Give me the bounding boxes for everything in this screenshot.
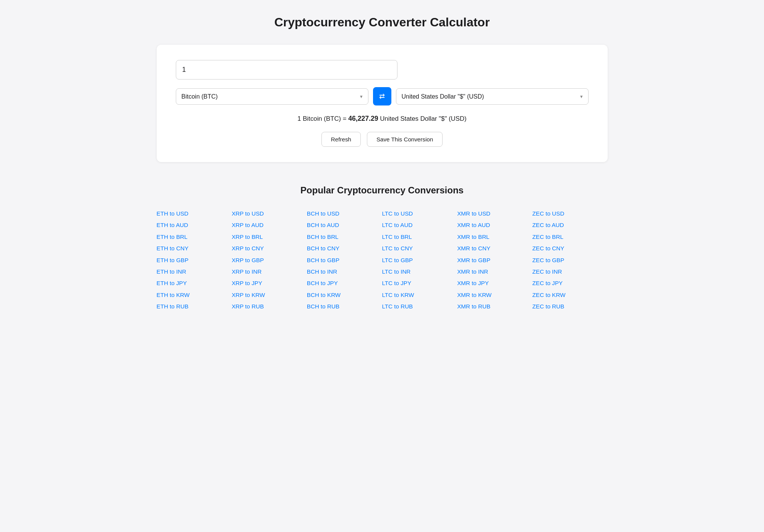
conversion-link[interactable]: ETH to GBP (157, 255, 232, 266)
conversion-link[interactable]: XMR to KRW (457, 289, 532, 301)
conversion-link[interactable]: XMR to CNY (457, 243, 532, 254)
conversion-link[interactable]: XRP to KRW (232, 289, 307, 301)
conversion-link[interactable]: XRP to GBP (232, 255, 307, 266)
conversion-link[interactable]: BCH to KRW (307, 289, 382, 301)
conversion-link[interactable]: XMR to INR (457, 266, 532, 277)
conversion-link[interactable]: XRP to JPY (232, 277, 307, 289)
conversion-link[interactable]: ETH to AUD (157, 219, 232, 231)
conversion-link[interactable]: XRP to BRL (232, 231, 307, 243)
conversion-column-4: XMR to USDXMR to AUDXMR to BRLXMR to CNY… (457, 208, 532, 313)
conversion-link[interactable]: LTC to AUD (382, 219, 457, 231)
result-row: 1 Bitcoin (BTC) = 46,227.29 United State… (176, 115, 589, 123)
popular-title: Popular Cryptocurrency Conversions (157, 185, 608, 196)
conversion-link[interactable]: LTC to RUB (382, 301, 457, 312)
conversion-link[interactable]: XRP to RUB (232, 301, 307, 312)
to-chevron-icon: ▾ (580, 94, 583, 99)
conversion-link[interactable]: BCH to CNY (307, 243, 382, 254)
conversion-link[interactable]: XMR to USD (457, 208, 532, 219)
conversion-link[interactable]: BCH to USD (307, 208, 382, 219)
conversion-column-5: ZEC to USDZEC to AUDZEC to BRLZEC to CNY… (532, 208, 608, 313)
popular-section: Popular Cryptocurrency Conversions ETH t… (157, 185, 608, 313)
to-currency-select[interactable]: United States Dollar "$" (USD) (402, 93, 577, 100)
conversion-link[interactable]: ETH to JPY (157, 277, 232, 289)
conversion-link[interactable]: LTC to CNY (382, 243, 457, 254)
conversion-link[interactable]: ETH to USD (157, 208, 232, 219)
conversion-link[interactable]: ZEC to CNY (532, 243, 608, 254)
conversion-column-1: XRP to USDXRP to AUDXRP to BRLXRP to CNY… (232, 208, 307, 313)
swap-icon: ⇄ (379, 92, 385, 101)
conversion-link[interactable]: LTC to INR (382, 266, 457, 277)
conversion-link[interactable]: XMR to GBP (457, 255, 532, 266)
conversion-link[interactable]: ZEC to INR (532, 266, 608, 277)
result-value: 46,227.29 (348, 115, 378, 122)
conversion-column-3: LTC to USDLTC to AUDLTC to BRLLTC to CNY… (382, 208, 457, 313)
conversion-link[interactable]: ZEC to KRW (532, 289, 608, 301)
conversion-link[interactable]: BCH to JPY (307, 277, 382, 289)
conversion-column-0: ETH to USDETH to AUDETH to BRLETH to CNY… (157, 208, 232, 313)
conversion-link[interactable]: XRP to CNY (232, 243, 307, 254)
result-equals: = (343, 115, 348, 122)
conversion-link[interactable]: LTC to JPY (382, 277, 457, 289)
conversion-link[interactable]: BCH to INR (307, 266, 382, 277)
conversion-link[interactable]: LTC to BRL (382, 231, 457, 243)
conversion-column-2: BCH to USDBCH to AUDBCH to BRLBCH to CNY… (307, 208, 382, 313)
from-currency-select[interactable]: Bitcoin (BTC) (182, 93, 357, 100)
conversion-link[interactable]: BCH to BRL (307, 231, 382, 243)
conversion-link[interactable]: ZEC to GBP (532, 255, 608, 266)
refresh-button[interactable]: Refresh (321, 132, 361, 147)
conversion-link[interactable]: BCH to GBP (307, 255, 382, 266)
conversion-link[interactable]: XMR to AUD (457, 219, 532, 231)
conversion-link[interactable]: ETH to CNY (157, 243, 232, 254)
from-currency-wrapper[interactable]: Bitcoin (BTC) ▾ (176, 88, 368, 105)
conversion-link[interactable]: BCH to RUB (307, 301, 382, 312)
conversion-link[interactable]: XRP to USD (232, 208, 307, 219)
conversion-link[interactable]: LTC to KRW (382, 289, 457, 301)
conversion-link[interactable]: ETH to RUB (157, 301, 232, 312)
from-chevron-icon: ▾ (360, 94, 363, 99)
conversion-link[interactable]: XMR to RUB (457, 301, 532, 312)
save-conversion-button[interactable]: Save This Conversion (367, 132, 443, 147)
selectors-row: Bitcoin (BTC) ▾ ⇄ United States Dollar "… (176, 87, 589, 105)
conversion-link[interactable]: ZEC to RUB (532, 301, 608, 312)
conversion-link[interactable]: XRP to AUD (232, 219, 307, 231)
conversion-link[interactable]: XMR to BRL (457, 231, 532, 243)
conversion-link[interactable]: ETH to KRW (157, 289, 232, 301)
amount-input[interactable] (176, 60, 397, 79)
result-to-currency: United States Dollar "$" (USD) (380, 115, 466, 122)
conversion-link[interactable]: ETH to INR (157, 266, 232, 277)
to-currency-wrapper[interactable]: United States Dollar "$" (USD) ▾ (396, 88, 589, 105)
conversion-link[interactable]: XMR to JPY (457, 277, 532, 289)
result-from-text: 1 Bitcoin (BTC) (297, 115, 341, 122)
conversion-link[interactable]: LTC to USD (382, 208, 457, 219)
conversion-link[interactable]: BCH to AUD (307, 219, 382, 231)
conversion-link[interactable]: ZEC to BRL (532, 231, 608, 243)
conversion-link[interactable]: ETH to BRL (157, 231, 232, 243)
swap-button[interactable]: ⇄ (373, 87, 391, 105)
conversions-grid: ETH to USDETH to AUDETH to BRLETH to CNY… (157, 208, 608, 313)
conversion-link[interactable]: ZEC to USD (532, 208, 608, 219)
conversion-link[interactable]: LTC to GBP (382, 255, 457, 266)
conversion-link[interactable]: ZEC to JPY (532, 277, 608, 289)
converter-card: Bitcoin (BTC) ▾ ⇄ United States Dollar "… (157, 45, 608, 162)
page-title: Cryptocurrency Converter Calculator (23, 15, 741, 29)
conversion-link[interactable]: XRP to INR (232, 266, 307, 277)
conversion-link[interactable]: ZEC to AUD (532, 219, 608, 231)
action-buttons: Refresh Save This Conversion (176, 132, 589, 147)
